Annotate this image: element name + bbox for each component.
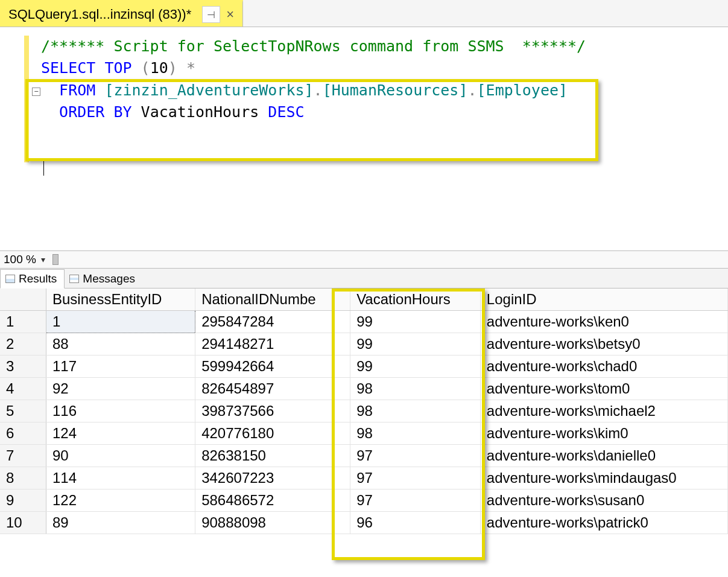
cell-national-id-number[interactable]: 586486572 xyxy=(195,489,350,512)
cell-business-entity-id[interactable]: 89 xyxy=(46,512,195,534)
cell-login-id[interactable]: adventure-works\michael2 xyxy=(480,400,727,422)
document-tab-title: SQLQuery1.sql...inzinsql (83))* xyxy=(8,7,191,22)
cell-vacation-hours[interactable]: 97 xyxy=(350,489,481,512)
row-number[interactable]: 2 xyxy=(0,333,46,355)
row-number[interactable]: 6 xyxy=(0,422,46,445)
results-grid-container: BusinessEntityID NationalIDNumbe Vacatio… xyxy=(0,288,728,534)
cell-business-entity-id[interactable]: 116 xyxy=(46,400,195,422)
cell-business-entity-id[interactable]: 92 xyxy=(46,378,195,400)
cell-national-id-number[interactable]: 294148271 xyxy=(195,333,350,355)
cell-national-id-number[interactable]: 82638150 xyxy=(195,445,350,467)
col-business-entity-id[interactable]: BusinessEntityID xyxy=(46,288,195,311)
col-national-id-number[interactable]: NationalIDNumbe xyxy=(195,288,350,311)
document-tab-bar: SQLQuery1.sql...inzinsql (83))* ⊣ × xyxy=(0,0,728,27)
table-row[interactable]: 912258648657297adventure-works\susan0 xyxy=(0,489,728,512)
table-row[interactable]: 7908263815097adventure-works\danielle0 xyxy=(0,445,728,467)
sql-code[interactable]: /****** Script for SelectTopNRows comman… xyxy=(0,27,728,123)
cell-business-entity-id[interactable]: 88 xyxy=(46,333,195,355)
table-row[interactable]: 511639873756698adventure-works\michael2 xyxy=(0,400,728,422)
row-number[interactable]: 9 xyxy=(0,489,46,512)
cell-business-entity-id[interactable]: 1 xyxy=(46,311,195,333)
cell-login-id[interactable]: adventure-works\chad0 xyxy=(480,355,727,378)
col-vacation-hours[interactable]: VacationHours xyxy=(350,288,481,311)
cell-vacation-hours[interactable]: 96 xyxy=(350,512,481,534)
table-row[interactable]: 811434260722397adventure-works\mindaugas… xyxy=(0,467,728,489)
cell-login-id[interactable]: adventure-works\ken0 xyxy=(480,311,727,333)
zoom-dropdown-icon[interactable]: ▾ xyxy=(41,255,45,264)
cell-vacation-hours[interactable]: 99 xyxy=(350,355,481,378)
close-icon[interactable]: × xyxy=(226,7,234,22)
cell-business-entity-id[interactable]: 124 xyxy=(46,422,195,445)
cell-vacation-hours[interactable]: 98 xyxy=(350,422,481,445)
row-number[interactable]: 7 xyxy=(0,445,46,467)
table-row[interactable]: 28829414827199adventure-works\betsy0 xyxy=(0,333,728,355)
results-tab-bar: Results Messages xyxy=(0,269,728,288)
cell-national-id-number[interactable]: 420776180 xyxy=(195,422,350,445)
row-header-blank xyxy=(0,288,46,311)
cell-business-entity-id[interactable]: 114 xyxy=(46,467,195,489)
table-row[interactable]: 1129584728499adventure-works\ken0 xyxy=(0,311,728,333)
grid-icon xyxy=(5,275,15,283)
cell-national-id-number[interactable]: 342607223 xyxy=(195,467,350,489)
kw-top: TOP xyxy=(104,59,131,77)
kw-select: SELECT xyxy=(41,59,95,77)
text-cursor xyxy=(43,159,44,176)
document-tab[interactable]: SQLQuery1.sql...inzinsql (83))* ⊣ × xyxy=(0,0,243,27)
cell-national-id-number[interactable]: 295847284 xyxy=(195,311,350,333)
row-number[interactable]: 5 xyxy=(0,400,46,422)
row-number[interactable]: 1 xyxy=(0,311,46,333)
cell-national-id-number[interactable]: 826454897 xyxy=(195,378,350,400)
cell-business-entity-id[interactable]: 90 xyxy=(46,445,195,467)
literal-10: 10 xyxy=(150,59,168,77)
table-row[interactable]: 612442077618098adventure-works\kim0 xyxy=(0,422,728,445)
zoom-level[interactable]: 100 % xyxy=(4,253,36,266)
paren-close: ) xyxy=(168,59,177,77)
cell-login-id[interactable]: adventure-works\kim0 xyxy=(480,422,727,445)
row-number[interactable]: 8 xyxy=(0,467,46,489)
tab-messages[interactable]: Messages xyxy=(65,270,142,288)
tab-messages-label: Messages xyxy=(83,272,135,285)
table-row[interactable]: 49282645489798adventure-works\tom0 xyxy=(0,378,728,400)
cell-national-id-number[interactable]: 90888098 xyxy=(195,512,350,534)
cell-vacation-hours[interactable]: 99 xyxy=(350,333,481,355)
sql-editor[interactable]: − /****** Script for SelectTopNRows comm… xyxy=(0,27,728,250)
cell-vacation-hours[interactable]: 98 xyxy=(350,400,481,422)
cell-vacation-hours[interactable]: 97 xyxy=(350,467,481,489)
kw-order: ORDER xyxy=(59,103,104,121)
cell-business-entity-id[interactable]: 122 xyxy=(46,489,195,512)
pin-icon[interactable]: ⊣ xyxy=(202,6,220,23)
horizontal-scroll-thumb[interactable] xyxy=(52,254,59,265)
row-number[interactable]: 10 xyxy=(0,512,46,534)
row-number[interactable]: 4 xyxy=(0,378,46,400)
cell-login-id[interactable]: adventure-works\tom0 xyxy=(480,378,727,400)
ident-schema: [HumanResources] xyxy=(323,81,468,99)
col-login-id[interactable]: LoginID xyxy=(480,288,727,311)
cell-national-id-number[interactable]: 599942664 xyxy=(195,355,350,378)
table-row[interactable]: 10899088809896adventure-works\patrick0 xyxy=(0,512,728,534)
kw-from: FROM xyxy=(59,81,95,99)
cell-login-id[interactable]: adventure-works\betsy0 xyxy=(480,333,727,355)
messages-icon xyxy=(69,275,79,283)
cell-login-id[interactable]: adventure-works\patrick0 xyxy=(480,512,727,534)
cell-login-id[interactable]: adventure-works\danielle0 xyxy=(480,445,727,467)
col-vacationhours: VacationHours xyxy=(141,103,259,121)
kw-desc: DESC xyxy=(268,103,304,121)
cell-vacation-hours[interactable]: 99 xyxy=(350,311,481,333)
cell-vacation-hours[interactable]: 98 xyxy=(350,378,481,400)
zoom-toolbar: 100 % ▾ xyxy=(0,250,728,269)
kw-by: BY xyxy=(113,103,131,121)
cell-business-entity-id[interactable]: 117 xyxy=(46,355,195,378)
star: * xyxy=(186,59,195,77)
row-number[interactable]: 3 xyxy=(0,355,46,378)
collapse-region-icon[interactable]: − xyxy=(32,88,40,96)
results-grid[interactable]: BusinessEntityID NationalIDNumbe Vacatio… xyxy=(0,288,728,534)
tab-results-label: Results xyxy=(19,272,57,285)
cell-national-id-number[interactable]: 398737566 xyxy=(195,400,350,422)
tab-results[interactable]: Results xyxy=(0,269,65,288)
change-gutter xyxy=(24,36,29,162)
cell-login-id[interactable]: adventure-works\susan0 xyxy=(480,489,727,512)
cell-login-id[interactable]: adventure-works\mindaugas0 xyxy=(480,467,727,489)
cell-vacation-hours[interactable]: 97 xyxy=(350,445,481,467)
table-row[interactable]: 311759994266499adventure-works\chad0 xyxy=(0,355,728,378)
dot: . xyxy=(467,81,476,99)
